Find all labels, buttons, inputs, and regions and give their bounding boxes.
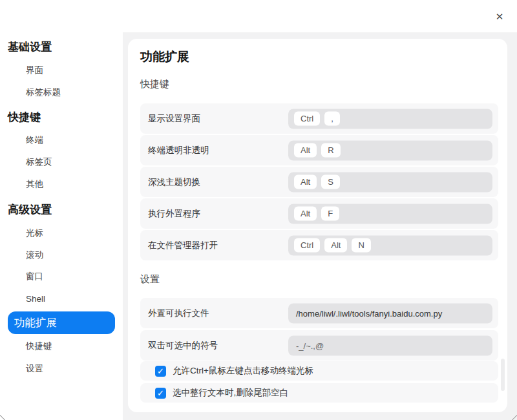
sidebar-header-basic-settings: 基础设置 [8, 39, 52, 54]
sidebar-item-window[interactable]: 窗口 [26, 271, 43, 282]
shortcut-label: 在文件管理器打开 [148, 240, 218, 251]
sidebar-item-tab-title[interactable]: 标签标题 [26, 87, 61, 98]
section-title-settings: 设置 [140, 273, 160, 286]
sidebar-item-interface[interactable]: 界面 [26, 65, 43, 76]
sidebar-selected-label: 功能扩展 [14, 316, 57, 330]
shortcut-input[interactable]: Ctrl Alt N [288, 235, 492, 255]
key-chip: S [321, 175, 340, 189]
shortcut-label: 终端透明非透明 [148, 145, 209, 156]
checkbox-label: 允许Ctrl+鼠标左键点击移动终端光标 [173, 365, 313, 377]
shortcut-input[interactable]: Alt F [288, 204, 492, 224]
setting-row: 双击可选中的符号 -_/~.,@ [140, 330, 498, 361]
settings-window: { "icons": { "close": "✕", "check": "✓" … [0, 0, 517, 420]
page-title: 功能扩展 [140, 48, 189, 65]
sidebar-header-shortcuts: 快捷键 [8, 110, 41, 125]
checkbox-checked[interactable]: ✓ [155, 366, 166, 377]
shortcut-label: 深浅主题切换 [148, 176, 200, 188]
shortcut-input[interactable]: Alt S [288, 172, 492, 192]
key-chip: , [324, 112, 340, 126]
shortcut-row: 显示设置界面 Ctrl , [140, 103, 498, 134]
sidebar-item-shortcut-keys[interactable]: 快捷键 [26, 341, 52, 352]
sidebar-item-other[interactable]: 其他 [26, 178, 43, 190]
setting-label: 双击可选中的符号 [148, 340, 218, 352]
shortcut-input[interactable]: Ctrl , [288, 109, 492, 129]
key-chip: N [352, 238, 370, 253]
checkbox-row: ✓ 允许Ctrl+鼠标左键点击移动终端光标 [140, 361, 498, 381]
key-chip: Alt [294, 207, 317, 221]
section-title-shortcuts: 快捷键 [140, 78, 169, 90]
sidebar-item-tab-page[interactable]: 标签页 [26, 156, 52, 168]
sidebar-item-cursor[interactable]: 光标 [26, 227, 43, 239]
resize-grip-bottom-right[interactable] [510, 413, 517, 420]
executable-path-value: /home/liwl/.liwl/tools/fanyi.baidu.com.p… [294, 308, 442, 318]
shortcut-row: 在文件管理器打开 Ctrl Alt N [140, 230, 498, 260]
sidebar-item-feature-extensions-selected[interactable]: 功能扩展 [8, 311, 115, 334]
shortcut-label: 执行外置程序 [148, 208, 200, 220]
key-chip: Alt [324, 238, 347, 253]
settings-panel: 功能扩展 快捷键 显示设置界面 Ctrl , 终端透明非透明 Alt R 深浅主… [128, 39, 507, 412]
shortcut-row: 执行外置程序 Alt F [140, 198, 498, 229]
checkbox-label: 选中整行文本时,删除尾部空白 [173, 387, 288, 399]
key-chip: Ctrl [294, 238, 320, 253]
sidebar-item-terminal[interactable]: 终端 [26, 134, 43, 146]
shortcut-label: 显示设置界面 [148, 113, 200, 125]
close-button[interactable]: ✕ [492, 10, 507, 24]
double-click-symbols-input[interactable]: -_/~.,@ [288, 335, 492, 355]
sidebar-item-settings[interactable]: 设置 [26, 363, 43, 375]
key-chip: R [321, 143, 340, 158]
shortcut-row: 深浅主题切换 Alt S [140, 167, 498, 197]
resize-grip-bottom-left[interactable] [0, 413, 7, 420]
setting-row: 外置可执行文件 /home/liwl/.liwl/tools/fanyi.bai… [140, 298, 498, 328]
shortcut-row: 终端透明非透明 Alt R [140, 135, 498, 165]
double-click-symbols-value: -_/~.,@ [294, 341, 324, 350]
check-icon: ✓ [157, 389, 164, 397]
sidebar-header-advanced-settings: 高级设置 [8, 202, 52, 217]
scrollbar-thumb[interactable] [501, 359, 505, 391]
sidebar: 基础设置 界面 标签标题 快捷键 终端 标签页 其他 高级设置 光标 滚动 窗口… [0, 0, 123, 420]
checkbox-checked[interactable]: ✓ [155, 388, 166, 399]
key-chip: F [321, 207, 339, 221]
shortcut-input[interactable]: Alt R [288, 140, 492, 160]
checkbox-row: ✓ 选中整行文本时,删除尾部空白 [140, 383, 498, 403]
sidebar-item-scroll[interactable]: 滚动 [26, 249, 43, 261]
key-chip: Alt [294, 143, 317, 158]
sidebar-item-shell[interactable]: Shell [26, 294, 45, 304]
close-icon: ✕ [496, 11, 504, 23]
main-backdrop: 功能扩展 快捷键 显示设置界面 Ctrl , 终端透明非透明 Alt R 深浅主… [123, 32, 517, 420]
setting-label: 外置可执行文件 [148, 308, 209, 319]
check-icon: ✓ [157, 367, 164, 375]
executable-path-input[interactable]: /home/liwl/.liwl/tools/fanyi.baidu.com.p… [288, 303, 492, 323]
key-chip: Alt [294, 175, 317, 189]
key-chip: Ctrl [294, 112, 320, 126]
